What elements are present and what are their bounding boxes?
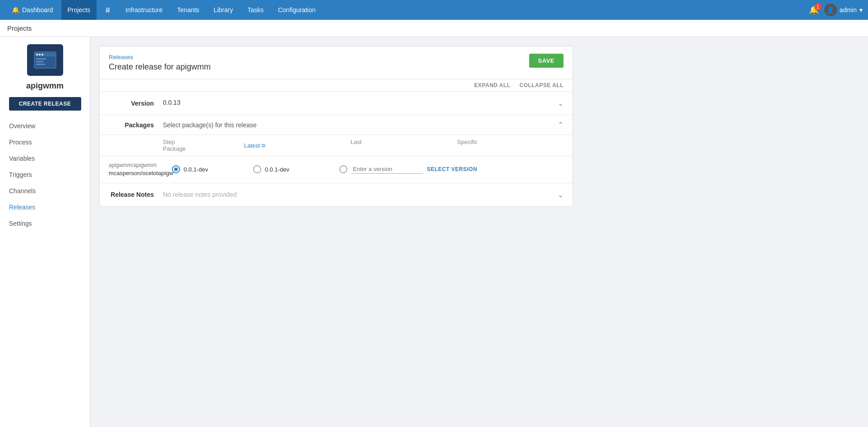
sidebar-item-variables[interactable]: Variables — [0, 150, 90, 167]
svg-point-3 — [39, 54, 41, 56]
user-label: admin — [840, 6, 857, 14]
create-release-button[interactable]: CREATE RELEASE — [9, 97, 81, 111]
project-name: apigwmm — [26, 81, 64, 91]
nav-infrastructure[interactable]: Infrastructure — [119, 0, 169, 20]
col-step-package: StepPackage — [163, 139, 244, 152]
create-release-card: Releases Create release for apigwmm SAVE… — [99, 46, 573, 207]
dashboard-icon: 🔔 — [12, 6, 19, 14]
card-header-left: Releases Create release for apigwmm — [109, 54, 211, 72]
sidebar-item-releases[interactable]: Releases — [0, 199, 90, 215]
nav-monitor[interactable]: 🖥 — [98, 0, 117, 20]
content-wrapper: apigwmm CREATE RELEASE Overview Process … — [0, 37, 868, 427]
card-header: Releases Create release for apigwmm SAVE — [100, 46, 573, 79]
expand-all-button[interactable]: EXPAND ALL — [474, 82, 510, 88]
version-section: Version 0.0.13 ⌄ — [100, 92, 573, 115]
release-notes-label: Release Notes — [109, 191, 163, 198]
specific-radio[interactable] — [339, 165, 347, 173]
chevron-down-icon: ▾ — [859, 6, 863, 14]
external-link-icon: ⧉ — [262, 143, 265, 149]
nav-library[interactable]: Library — [208, 0, 240, 20]
expand-collapse-bar: EXPAND ALL COLLAPSE ALL — [100, 79, 573, 92]
card-title: Create release for apigwmm — [109, 62, 211, 72]
last-value: 0.0.1-dev — [265, 166, 289, 173]
packages-header: Packages Select package(s) for this rele… — [100, 115, 573, 135]
svg-point-4 — [42, 54, 43, 56]
svg-point-2 — [36, 54, 38, 56]
package-row: apigwmm/apigwmm mcasperson/ocelotapigw 0… — [100, 156, 573, 183]
collapse-all-button[interactable]: COLLAPSE ALL — [519, 82, 563, 88]
col-specific: Specific — [457, 139, 563, 152]
nav-dashboard[interactable]: 🔔 Dashboard — [5, 0, 60, 20]
col-latest[interactable]: Latest ⧉ — [244, 139, 351, 152]
notification-badge: 1 — [814, 3, 822, 10]
version-input[interactable] — [351, 165, 423, 174]
top-nav: 🔔 Dashboard Projects 🖥 Infrastructure Te… — [0, 0, 868, 20]
nav-left: 🔔 Dashboard Projects 🖥 Infrastructure Te… — [5, 0, 322, 20]
release-notes-chevron[interactable]: ⌄ — [558, 190, 563, 199]
package-name: apigwmm/apigwmm mcasperson/ocelotapigw — [109, 162, 172, 177]
svg-rect-1 — [35, 53, 55, 56]
project-icon — [33, 50, 57, 70]
latest-radio[interactable] — [172, 165, 180, 173]
package-table-header: StepPackage Latest ⧉ Last Specific — [100, 135, 573, 156]
sidebar: apigwmm CREATE RELEASE Overview Process … — [0, 37, 90, 427]
sidebar-item-overview[interactable]: Overview — [0, 118, 90, 134]
sidebar-nav: Overview Process Variables Triggers Chan… — [0, 118, 90, 232]
sidebar-item-process[interactable]: Process — [0, 134, 90, 150]
sidebar-item-triggers[interactable]: Triggers — [0, 167, 90, 183]
page-header: Projects — [0, 20, 868, 37]
release-notes-value: No release notes provided — [163, 191, 236, 198]
svg-rect-7 — [36, 64, 45, 65]
monitor-icon: 🖥 — [105, 6, 111, 14]
sidebar-item-channels[interactable]: Channels — [0, 183, 90, 199]
packages-label: Packages — [109, 121, 163, 129]
select-version-button[interactable]: SELECT VERSION — [427, 166, 477, 172]
user-menu[interactable]: 👤 admin ▾ — [824, 4, 863, 16]
latest-value: 0.0.1-dev — [184, 166, 208, 173]
last-radio[interactable] — [253, 165, 261, 173]
card-breadcrumb[interactable]: Releases — [109, 54, 211, 60]
latest-radio-group: 0.0.1-dev — [172, 165, 253, 173]
release-notes-section: Release Notes No release notes provided … — [100, 183, 573, 206]
nav-tasks[interactable]: Tasks — [241, 0, 270, 20]
project-icon-box — [27, 44, 63, 76]
avatar: 👤 — [824, 4, 837, 16]
specific-group: SELECT VERSION — [339, 165, 477, 174]
svg-rect-5 — [36, 58, 46, 60]
packages-chevron[interactable]: ⌃ — [558, 121, 563, 129]
col-last: Last — [351, 139, 457, 152]
main-content: Releases Create release for apigwmm SAVE… — [90, 37, 868, 427]
nav-configuration[interactable]: Configuration — [272, 0, 322, 20]
version-label: Version — [109, 99, 163, 107]
version-chevron[interactable]: ⌄ — [550, 99, 563, 107]
nav-projects[interactable]: Projects — [61, 0, 97, 20]
version-value: 0.0.13 — [163, 99, 180, 106]
sidebar-item-settings[interactable]: Settings — [0, 215, 90, 232]
svg-rect-6 — [36, 61, 43, 62]
page-breadcrumb: Projects — [7, 24, 32, 32]
save-button[interactable]: SAVE — [529, 54, 563, 68]
nav-right: 🔔 1 👤 admin ▾ — [809, 4, 863, 16]
notification-bell[interactable]: 🔔 1 — [809, 5, 819, 15]
packages-hint: Select package(s) for this release — [163, 121, 257, 129]
last-radio-group: 0.0.1-dev — [253, 165, 339, 173]
nav-tenants[interactable]: Tenants — [171, 0, 206, 20]
version-content: 0.0.13 — [163, 99, 550, 106]
